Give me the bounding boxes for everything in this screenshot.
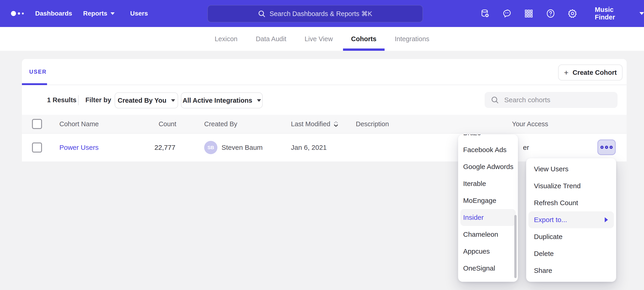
project-name: Music Finder (595, 6, 634, 21)
col-created-by: Created By (204, 115, 237, 133)
menu-item-refresh-count[interactable]: Refresh Count (526, 194, 616, 211)
menu-item-google-adwords[interactable]: Google Adwords (458, 158, 518, 175)
col-count: Count (131, 115, 176, 133)
cohorts-page: Dashboards Reports Users Search Dashboar… (0, 0, 644, 290)
col-your-access: Your Access (512, 115, 548, 133)
table-header: Cohort Name Count Created By Last Modifi… (22, 115, 627, 133)
mixpanel-logo-icon[interactable] (11, 0, 24, 27)
submenu-arrow-icon (605, 217, 608, 222)
integrations-filter-dropdown[interactable]: All Active Integrations (181, 92, 262, 108)
user-tab-underline (22, 83, 47, 85)
menu-item-onesignal[interactable]: OneSignal (458, 260, 518, 277)
menu-item-facebook-ads[interactable]: Facebook Ads (458, 141, 518, 158)
col-description: Description (356, 115, 389, 133)
create-cohort-button[interactable]: + Create Cohort (558, 65, 622, 80)
project-selector[interactable]: Music Finder (595, 6, 644, 21)
top-navbar: Dashboards Reports Users Search Dashboar… (0, 0, 644, 27)
data-management-icon[interactable] (480, 9, 490, 19)
tab-live-view[interactable]: Live View (305, 27, 333, 51)
menu-item-view-users[interactable]: View Users (526, 161, 616, 178)
menu-item-visualize-trend[interactable]: Visualize Trend (526, 178, 616, 194)
col-last-modified[interactable]: Last Modified (291, 115, 339, 133)
plus-icon: + (564, 69, 568, 76)
nav-users-label: Users (130, 10, 148, 17)
avatar: SB (204, 141, 218, 154)
select-row-checkbox[interactable] (32, 142, 42, 153)
menu-item-iterable[interactable]: Iterable (458, 175, 518, 192)
cohort-name-link[interactable]: Power Users (60, 133, 99, 162)
tab-integrations[interactable]: Integrations (395, 27, 430, 51)
chevron-down-icon (257, 99, 261, 102)
nav-dashboards-label: Dashboards (35, 10, 72, 17)
menu-item-delete[interactable]: Delete (526, 245, 616, 262)
submenu-scrollbar[interactable] (514, 215, 516, 278)
section-tabs: Lexicon Data Audit Live View Cohorts Int… (0, 27, 644, 51)
filter-toolbar: 1 Results Filter by Created By You All A… (22, 85, 627, 115)
creator-name: Steven Baum (222, 133, 262, 162)
active-tab-underline (343, 49, 384, 51)
table-row: Power Users 22,777 SB Steven Baum Jan 6,… (22, 133, 627, 162)
tab-cohorts[interactable]: Cohorts (351, 27, 376, 51)
search-icon (491, 96, 499, 104)
cohort-search-input[interactable] (503, 96, 606, 104)
row-context-menu: View Users Visualize Trend Refresh Count… (526, 158, 616, 282)
select-all-checkbox[interactable] (32, 119, 42, 129)
tab-data-audit[interactable]: Data Audit (256, 27, 286, 51)
divider (78, 95, 78, 105)
global-search-button[interactable]: Search Dashboards & Reports ⌘K (207, 5, 423, 22)
menu-item-appcues[interactable]: Appcues (458, 243, 518, 260)
cohort-count: 22,777 (130, 133, 176, 162)
apps-grid-icon[interactable] (524, 9, 534, 19)
chevron-down-icon (640, 12, 644, 15)
search-icon (258, 10, 265, 17)
col-cohort-name: Cohort Name (60, 115, 99, 133)
menu-item-chameleon[interactable]: Chameleon (458, 226, 518, 243)
filter-by-label: Filter by (86, 85, 111, 115)
panel-tab-bar: USER + Create Cohort (22, 59, 627, 85)
menu-item-insider[interactable]: Insider (460, 209, 516, 226)
ellipsis-icon (600, 146, 604, 149)
navbar-right-actions: Music Finder (480, 0, 644, 27)
cohort-search-box (484, 92, 618, 108)
menu-item-moengage[interactable]: MoEngage (458, 192, 518, 209)
cohorts-panel: USER + Create Cohort 1 Results Filter by… (22, 59, 627, 161)
last-modified-value: Jan 6, 2021 (291, 133, 327, 162)
results-count: 1 Results (47, 85, 76, 115)
chevron-down-icon (110, 12, 115, 15)
feedback-chat-icon[interactable] (502, 9, 512, 19)
row-actions-button[interactable] (598, 139, 616, 155)
menu-item-export-to[interactable]: Export to... (528, 211, 614, 228)
nav-dashboards[interactable]: Dashboards (35, 0, 72, 27)
created-by-filter-dropdown[interactable]: Created By You (115, 92, 178, 108)
nav-reports-label: Reports (83, 10, 107, 17)
sort-icon (333, 121, 339, 127)
access-value-clipped: er (523, 133, 529, 162)
tab-lexicon[interactable]: Lexicon (215, 27, 238, 51)
nav-users[interactable]: Users (130, 0, 148, 27)
settings-gear-icon[interactable] (568, 9, 578, 19)
export-destinations-submenu: Braze Facebook Ads Google Adwords Iterab… (458, 134, 518, 282)
menu-item-braze[interactable]: Braze (458, 134, 518, 141)
menu-item-duplicate[interactable]: Duplicate (526, 228, 616, 245)
nav-reports[interactable]: Reports (83, 0, 115, 27)
help-icon[interactable] (546, 9, 556, 19)
menu-item-share[interactable]: Share (526, 262, 616, 279)
global-search-placeholder: Search Dashboards & Reports ⌘K (270, 10, 372, 18)
tab-user-cohorts[interactable]: USER (29, 59, 46, 85)
chevron-down-icon (171, 99, 175, 102)
